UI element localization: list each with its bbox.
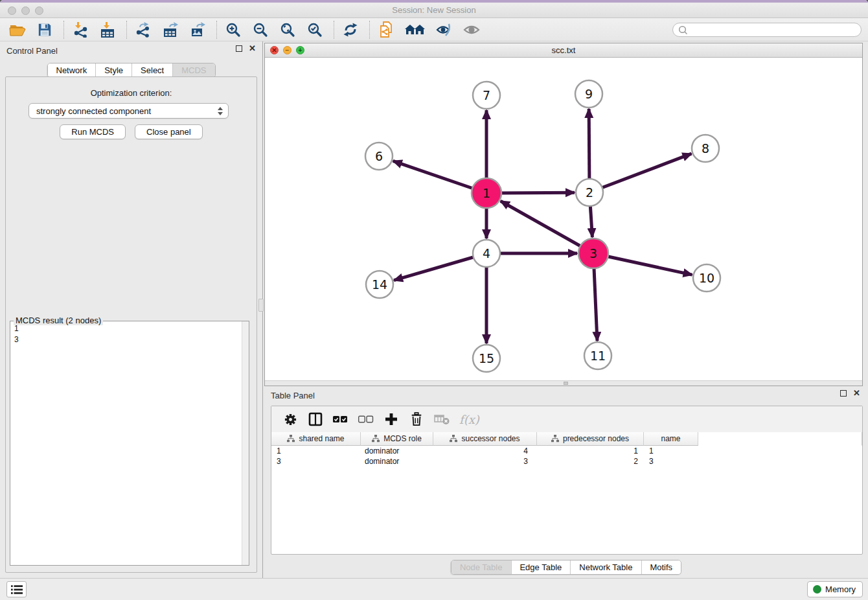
graph-node-label: 14 <box>372 277 387 292</box>
column-header-blank <box>698 432 862 446</box>
network-window-title: scc.txt <box>265 45 862 55</box>
table-toolbar: f(x) <box>271 406 862 432</box>
network-resize-grip[interactable] <box>564 382 568 385</box>
result-scrollbar[interactable] <box>242 321 249 565</box>
select-all-button[interactable] <box>333 411 348 427</box>
zoom-selected-button[interactable] <box>305 21 325 39</box>
zoom-in-button[interactable] <box>223 21 243 39</box>
graph-node-label: 8 <box>702 141 709 156</box>
graph-node-label: 2 <box>586 185 593 200</box>
export-image-button[interactable] <box>188 21 207 39</box>
float-table-panel-icon[interactable] <box>840 390 847 397</box>
column-header-successor-nodes[interactable]: successor nodes <box>433 432 537 446</box>
table-row[interactable]: 1 dominator 4 1 1 <box>271 446 862 456</box>
add-column-button[interactable] <box>383 411 399 427</box>
control-panel-title: Control Panel <box>6 46 58 56</box>
network-graph[interactable]: 7968124314101511 <box>265 58 862 382</box>
search-input[interactable] <box>691 25 861 34</box>
home-icon <box>404 23 426 37</box>
tab-style[interactable]: Style <box>95 63 131 77</box>
tab-network[interactable]: Network <box>47 63 95 77</box>
criterion-select[interactable]: strongly connected component <box>29 103 229 119</box>
import-table-button[interactable] <box>98 21 117 39</box>
tab-select[interactable]: Select <box>131 63 172 77</box>
graph-node-1[interactable]: 1 <box>472 178 501 208</box>
graph-edge-3-1[interactable] <box>501 201 593 253</box>
graph-node-label: 3 <box>589 246 597 260</box>
table-row[interactable]: 3 dominator 3 2 3 <box>271 456 862 467</box>
zoom-out-button[interactable] <box>251 21 270 39</box>
task-list-icon <box>11 584 23 595</box>
memory-button[interactable]: Memory <box>807 581 863 597</box>
export-network-icon <box>135 22 151 38</box>
search-field[interactable] <box>672 23 862 37</box>
graph-node-2[interactable]: 2 <box>576 179 603 206</box>
memory-label: Memory <box>825 584 856 594</box>
export-network-button[interactable] <box>133 21 153 39</box>
graph-node-3[interactable]: 3 <box>578 238 608 268</box>
panel-splitter-grip[interactable] <box>258 299 264 312</box>
network-window: ✕ − + scc.txt 7968124314101511 <box>264 43 863 386</box>
home-button[interactable] <box>404 21 427 39</box>
zoom-fit-button[interactable] <box>278 21 297 39</box>
export-table-button[interactable] <box>161 21 180 39</box>
hide-graphics-details-button[interactable] <box>435 21 454 39</box>
delete-column-button[interactable] <box>409 411 424 427</box>
float-panel-icon[interactable] <box>236 45 242 52</box>
session-title: Session: New Session <box>0 5 868 15</box>
titlebar: Session: New Session <box>0 3 868 18</box>
column-type-icon <box>450 435 457 443</box>
function-builder-button-disabled: f(x) <box>459 413 479 426</box>
tab-network-table[interactable]: Network Table <box>570 560 641 574</box>
graph-edge-2-8[interactable] <box>589 154 691 192</box>
graph-node-4[interactable]: 4 <box>473 240 500 267</box>
select-stepper-icon <box>218 107 223 115</box>
save-floppy-icon <box>38 23 52 37</box>
tab-edge-table[interactable]: Edge Table <box>510 560 570 574</box>
control-panel: Control Panel ✕ Network Style Select MCD… <box>0 41 263 578</box>
column-header-name[interactable]: name <box>644 432 698 446</box>
select-all-icon <box>333 415 348 423</box>
clone-network-button[interactable] <box>376 21 396 39</box>
import-network-button[interactable] <box>71 21 90 39</box>
refresh-icon <box>343 22 358 38</box>
refresh-button[interactable] <box>341 21 360 39</box>
graph-node-8[interactable]: 8 <box>692 135 719 162</box>
graph-node-label: 1 <box>483 186 490 200</box>
graph-node-9[interactable]: 9 <box>575 80 602 108</box>
graph-node-7[interactable]: 7 <box>473 82 500 109</box>
task-history-button[interactable] <box>6 581 27 597</box>
graph-node-label: 6 <box>375 149 383 163</box>
show-columns-button[interactable] <box>308 411 323 427</box>
graph-edge-4-14[interactable] <box>394 253 486 281</box>
status-bar: Memory <box>0 578 868 600</box>
tab-node-table[interactable]: Node Table <box>451 560 511 574</box>
show-graphics-details-button[interactable] <box>462 21 481 39</box>
close-table-panel-icon[interactable]: ✕ <box>853 390 860 397</box>
deselect-all-button[interactable] <box>358 411 374 427</box>
network-canvas[interactable]: 7968124314101511 <box>265 58 862 380</box>
table-panel: Table Panel ✕ <box>264 386 868 578</box>
column-header-mcds-role[interactable]: MCDS role <box>361 432 433 446</box>
run-mcds-button[interactable]: Run MCDS <box>60 124 126 139</box>
graph-node-6[interactable]: 6 <box>365 143 393 170</box>
graph-node-10[interactable]: 10 <box>693 264 720 292</box>
save-session-button[interactable] <box>35 21 54 39</box>
column-header-predecessor-nodes[interactable]: predecessor nodes <box>537 432 644 446</box>
close-panel-icon[interactable]: ✕ <box>249 45 256 52</box>
graph-node-label: 9 <box>585 87 593 101</box>
network-window-titlebar[interactable]: ✕ − + scc.txt <box>265 43 862 58</box>
tab-mcds[interactable]: MCDS <box>172 63 214 77</box>
open-session-button[interactable] <box>8 21 27 39</box>
close-panel-button[interactable]: Close panel <box>135 124 203 139</box>
graph-node-11[interactable]: 11 <box>584 342 611 369</box>
graph-node-label: 7 <box>483 88 490 102</box>
column-header-shared-name[interactable]: shared name <box>271 432 361 446</box>
graph-node-15[interactable]: 15 <box>473 345 500 372</box>
graph-node-14[interactable]: 14 <box>366 271 393 298</box>
table-settings-button[interactable] <box>282 411 298 427</box>
import-network-icon <box>73 22 88 38</box>
tab-motifs[interactable]: Motifs <box>641 560 681 574</box>
mcds-result-text[interactable]: 1 3 <box>14 323 240 345</box>
network-window-bottom-bar <box>265 380 862 386</box>
